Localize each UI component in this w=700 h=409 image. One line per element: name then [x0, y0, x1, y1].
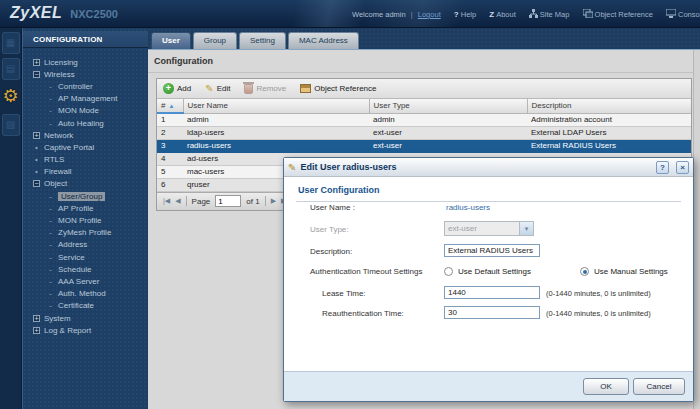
dialog-help-button[interactable]: ? [656, 161, 669, 174]
configuration-gear-icon[interactable]: ⚙ [2, 84, 20, 110]
console-link[interactable]: Console [666, 10, 700, 19]
cell-num: 3 [157, 139, 183, 152]
welcome-text: Welcome admin [352, 10, 406, 19]
sidebar-item-mon-profile[interactable]: -MON Profile [23, 214, 148, 226]
tab-strip: User Group Setting MAC Address [148, 28, 700, 50]
sidebar-item-controller[interactable]: -Controller [23, 80, 148, 92]
page-title: Configuration [154, 56, 213, 66]
column-header-user-name[interactable]: User Name [183, 99, 369, 113]
sidebar-item-ap-profile[interactable]: -AP Profile [23, 202, 148, 214]
sidebar-item-log-report[interactable]: +Log & Report [23, 324, 148, 336]
object-reference-icon [300, 84, 311, 93]
sidebar-item-licensing[interactable]: +Licensing [23, 56, 148, 68]
sidebar-item-service[interactable]: -Service [23, 251, 148, 263]
sidebar-item-captive-portal[interactable]: •Captive Portal [23, 141, 148, 153]
about-link[interactable]: ZAbout [489, 10, 516, 19]
heading-divider [148, 72, 693, 73]
table-row[interactable]: 1 admin admin Administration account [157, 113, 691, 126]
use-default-settings-radio[interactable] [444, 267, 453, 276]
edit-button[interactable]: ✎Edit [205, 84, 230, 94]
column-header-num[interactable]: #▲ [157, 99, 183, 113]
object-reference-link[interactable]: Object Reference [583, 10, 653, 19]
sidebar-item-wireless[interactable]: −Wireless [23, 68, 148, 80]
sidebar: CONFIGURATION +Licensing −Wireless -Cont… [22, 28, 148, 409]
logout-link[interactable]: Logout [418, 10, 441, 19]
divider: | [411, 10, 413, 19]
tab-setting[interactable]: Setting [239, 32, 286, 49]
expand-icon[interactable]: + [33, 315, 40, 322]
dash-icon: - [47, 228, 54, 237]
sidebar-item-user-group[interactable]: -User/Group [23, 190, 148, 202]
cancel-button[interactable]: Cancel [633, 378, 685, 395]
cell-description: Administration account [527, 113, 691, 126]
collapse-icon[interactable]: − [33, 180, 40, 187]
object-reference-button[interactable]: Object Reference [300, 84, 376, 93]
lease-time-input[interactable] [444, 286, 540, 299]
sidebar-item-firewall[interactable]: •Firewall [23, 166, 148, 178]
sidebar-item-label: Log & Report [44, 326, 91, 335]
use-manual-settings-radio[interactable] [580, 267, 589, 276]
reauth-time-input[interactable] [444, 306, 540, 319]
dash-icon: - [47, 192, 54, 201]
sidebar-item-zymesh-profile[interactable]: -ZyMesh Profile [23, 227, 148, 239]
column-header-user-type[interactable]: User Type [369, 99, 527, 113]
scrollbar[interactable] [693, 50, 700, 409]
sidebar-item-ap-management[interactable]: -AP Management [23, 93, 148, 105]
tab-group[interactable]: Group [193, 32, 237, 49]
expand-icon[interactable]: + [33, 132, 40, 139]
previous-page-button[interactable]: ◀ [175, 197, 180, 205]
edit-user-dialog: ✎ Edit User radius-users ? × User Config… [283, 157, 694, 402]
expand-icon[interactable]: + [33, 59, 40, 66]
dialog-close-button[interactable]: × [676, 161, 689, 174]
cell-user-type: admin [369, 113, 527, 126]
use-default-settings-label[interactable]: Use Default Settings [458, 267, 531, 276]
next-page-button[interactable]: ▶ [271, 197, 276, 205]
sidebar-item-label: Object [44, 179, 67, 188]
sidebar-item-object[interactable]: −Object [23, 178, 148, 190]
dash-icon: - [47, 82, 54, 91]
dashboard-icon[interactable]: ▦ [2, 32, 20, 54]
dash-icon: - [47, 94, 54, 103]
add-button[interactable]: +Add [163, 83, 191, 94]
ok-button[interactable]: OK [583, 378, 629, 395]
reauth-time-label: Reauthentication Time: [322, 309, 404, 318]
table-row-selected[interactable]: 3 radius-users ext-user External RADIUS … [157, 139, 691, 152]
sidebar-item-mon-mode[interactable]: -MON Mode [23, 105, 148, 117]
sidebar-item-auto-healing[interactable]: -Auto Healing [23, 117, 148, 129]
column-header-description[interactable]: Description [527, 99, 691, 113]
page-label: Page [192, 197, 211, 206]
sidebar-item-label: Network [44, 131, 73, 140]
description-input[interactable] [444, 244, 540, 257]
user-type-select[interactable]: ext-user ▾ [444, 221, 534, 236]
collapse-icon[interactable]: − [33, 71, 40, 78]
sidebar-item-network[interactable]: +Network [23, 129, 148, 141]
console-icon [666, 9, 676, 18]
sidebar-item-schedule[interactable]: -Schedule [23, 263, 148, 275]
page-number-input[interactable] [215, 195, 241, 207]
page-of-label: of 1 [246, 197, 259, 206]
remove-button[interactable]: Remove [244, 84, 286, 94]
sidebar-item-certificate[interactable]: -Certificate [23, 300, 148, 312]
use-manual-settings-label[interactable]: Use Manual Settings [594, 267, 668, 276]
sidebar-item-system[interactable]: +System [23, 312, 148, 324]
sidebar-item-auth-method[interactable]: -Auth. Method [23, 288, 148, 300]
help-link[interactable]: ?Help [454, 10, 476, 19]
tab-mac-address[interactable]: MAC Address [288, 32, 359, 49]
dialog-title-bar[interactable]: ✎ Edit User radius-users ? × [284, 158, 693, 177]
maintenance-icon[interactable]: ▨ [2, 114, 20, 136]
sidebar-item-address[interactable]: -Address [23, 239, 148, 251]
first-page-button[interactable]: |◀ [163, 197, 170, 205]
expand-icon[interactable]: + [33, 327, 40, 334]
section-divider [296, 201, 681, 202]
site-map-link[interactable]: Site Map [529, 10, 570, 19]
cell-user-name: radius-users [183, 139, 369, 152]
table-row[interactable]: 2 ldap-users ext-user External LDAP User… [157, 126, 691, 139]
monitor-icon[interactable]: ▤ [2, 58, 20, 80]
dash-icon: - [47, 265, 54, 274]
sidebar-item-aaa-server[interactable]: -AAA Server [23, 275, 148, 287]
dash-icon: - [47, 289, 54, 298]
user-type-label: User Type: [310, 225, 349, 234]
tab-user[interactable]: User [151, 32, 191, 49]
sidebar-item-rtls[interactable]: •RTLS [23, 154, 148, 166]
cell-description: External LDAP Users [527, 126, 691, 139]
